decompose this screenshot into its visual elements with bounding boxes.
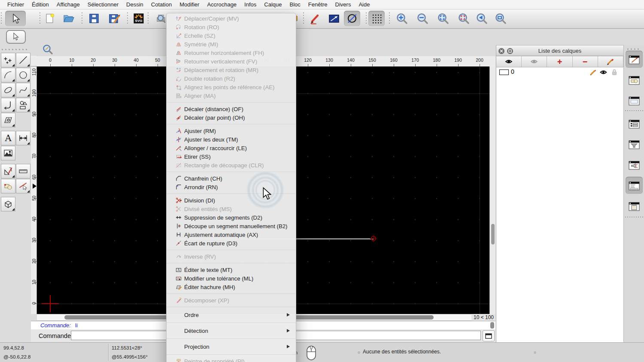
menu-item-d-tection[interactable]: Détection [167, 325, 296, 336]
add-layer-button[interactable]: + [547, 56, 572, 67]
menu-item-d-placer-copier-mv[interactable]: Déplacer/Copier (MV) [167, 14, 296, 23]
measure-box-button[interactable] [326, 11, 342, 26]
menubar-item-aide[interactable]: Aide [355, 0, 374, 9]
clipboard-dock-button[interactable] [626, 197, 643, 214]
menu-item-suppression-de-segments-d2[interactable]: Suppression de segments (D2) [167, 213, 296, 222]
zoom-previous-button[interactable] [474, 11, 489, 26]
menu-item-modifier-une-tol-rance-ml[interactable]: Modifier une tolérance (ML) [167, 274, 296, 283]
menubar-item-bloc[interactable]: Bloc [286, 0, 304, 9]
block-tools-button[interactable] [1, 179, 15, 193]
zoom-out-button[interactable] [415, 11, 430, 26]
float-panel-button[interactable] [507, 48, 513, 54]
restrict-off-button[interactable] [344, 11, 360, 26]
zoom-tool-icon[interactable] [42, 44, 53, 57]
command-line-dock-button[interactable] [626, 177, 643, 194]
solid-tools-button[interactable] [1, 197, 15, 211]
menu-item-d-caler-distance-of[interactable]: Décaler (distance) (OF) [167, 105, 296, 113]
new-document-button[interactable] [42, 11, 58, 26]
menu-item-projection[interactable]: Projection [167, 341, 296, 352]
layer-visible-icon[interactable] [600, 69, 607, 75]
menubar-item-modifier[interactable]: Modifier [176, 0, 203, 9]
vertical-scrollbar-thumb[interactable] [491, 224, 495, 244]
edit-layer-button[interactable] [598, 56, 623, 67]
draft-tools-button[interactable] [1, 164, 15, 178]
menu-item-divis-entit-s-ms[interactable]: Divisé entités (MS) [167, 205, 296, 213]
menubar-item-cotation[interactable]: Cotation [147, 0, 176, 9]
menu-item-aligner-ma[interactable]: Aligner (MA) [167, 91, 296, 100]
menubar-item-fichier[interactable]: Fichier [3, 0, 28, 9]
save-button[interactable] [86, 11, 102, 26]
zoom-auto-button[interactable] [435, 11, 451, 26]
menu-item-ordre[interactable]: Ordre [167, 309, 296, 320]
draw-pencil-button[interactable] [307, 11, 323, 26]
command-history-scrollbar[interactable] [490, 322, 494, 329]
layer-color-swatch[interactable] [499, 69, 509, 75]
menubar-item-fentre[interactable]: Fenêtre [304, 0, 331, 9]
save-as-button[interactable] [106, 11, 122, 26]
zoom-window-button[interactable] [493, 11, 508, 26]
menu-item-peintre-de-propri-t-pi[interactable]: Peintre de propriété (PI) [167, 357, 296, 362]
deselect-tool-button[interactable] [6, 30, 26, 44]
dock-drag-handle[interactable] [627, 48, 641, 50]
palette-drag-handle[interactable] [2, 49, 29, 50]
line-tools-button[interactable] [16, 53, 30, 67]
show-all-layers-button[interactable] [496, 56, 522, 67]
menubar-item-calque[interactable]: Calque [260, 0, 286, 9]
menubar-item-accrochage[interactable]: Accrochage [203, 0, 240, 9]
text-tool-button[interactable]: A [1, 131, 15, 145]
menu-item-diter-le-texte-mt[interactable]: AÉditer le texte (MT) [167, 265, 296, 274]
menu-item-d-coupe-un-segment-manuellement-b2[interactable]: Découpe un segment manuellement (B2) [167, 222, 296, 230]
menubar-item-dessin[interactable]: Dessin [122, 0, 147, 9]
ruler-tool-button[interactable] [16, 164, 30, 178]
library-browser-dock-button[interactable] [626, 92, 643, 109]
selection-filter-dock-button[interactable] [626, 136, 643, 153]
menu-item-double-rotation-r2[interactable]: Double rotation (R2) [167, 74, 296, 83]
layer-lock-icon[interactable] [611, 69, 617, 76]
open-document-button[interactable] [60, 11, 77, 26]
menu-item-d-caler-par-point-oh[interactable]: Décaler (par point) (OH) [167, 113, 296, 122]
zoom-in-button[interactable] [394, 11, 410, 26]
menu-item-etirer-ss[interactable]: Etirer (SS) [167, 152, 296, 161]
menu-item-retourner-verticalement-fv[interactable]: Retourner verticalement (FV) [167, 57, 296, 66]
arc-tools-button[interactable] [1, 68, 15, 82]
remove-layer-button[interactable]: − [573, 56, 598, 67]
modify-tools-button[interactable] [16, 179, 30, 193]
zoom-selection-button[interactable] [456, 11, 471, 26]
image-tool-button[interactable] [1, 146, 15, 160]
menu-item-allonger-raccourcir-le[interactable]: Allonger / raccourcir (LE) [167, 144, 296, 152]
point-tools-button[interactable] [1, 53, 15, 67]
vertical-scrollbar[interactable] [489, 66, 495, 314]
edit-layer-icon[interactable] [589, 69, 597, 76]
spline-tools-button[interactable] [16, 83, 30, 97]
menu-item-diter-hachure-mh[interactable]: Éditer hachure (MH) [167, 283, 296, 291]
selection-pointer-button[interactable] [5, 11, 26, 26]
svg-export-button[interactable]: SVG [131, 11, 146, 26]
menu-item-ajuster-les-deux-tm[interactable]: Ajuster les deux (TM) [167, 135, 296, 144]
menu-item-retourner-horizontalement-fh[interactable]: Retourner horizontalement (FH) [167, 48, 296, 57]
layer-list-dock-button[interactable] [626, 51, 643, 68]
hatch-tool-button[interactable] [1, 113, 15, 127]
menubar-item-affichage[interactable]: Affichage [53, 0, 84, 9]
menu-item-rotation-ro[interactable]: Rotation (RO) [167, 23, 296, 31]
hide-all-layers-button[interactable] [522, 56, 547, 67]
block-list-dock-button[interactable] [626, 71, 643, 88]
grid-toggle-button[interactable] [368, 11, 385, 26]
menu-item-alignez-les-points-de-r-f-rence-ae[interactable]: Alignez les points de référence (AE) [167, 83, 296, 91]
shape-tools-button[interactable] [16, 98, 30, 112]
tool-matrix-dock-button[interactable] [626, 156, 643, 173]
menubar-item-dition[interactable]: Édition [28, 0, 53, 9]
property-list-dock-button[interactable] [626, 115, 643, 132]
close-panel-button[interactable] [498, 48, 504, 54]
menu-item-ajustement-automatique-ax[interactable]: Ajustement automatique (AX) [167, 230, 296, 239]
menu-item-ajuster-rm[interactable]: Ajuster (RM) [167, 127, 296, 135]
menu-item-inverse-rv[interactable]: Inverse (RV) [167, 252, 296, 261]
ellipse-tools-button[interactable] [1, 83, 15, 97]
menubar-item-slectionner[interactable]: Sélectionner [84, 0, 122, 9]
menu-item-sym-trie-mi[interactable]: Symétrie (MI) [167, 40, 296, 48]
circle-tools-button[interactable] [16, 68, 30, 82]
menu-item-d-placement-et-rotation-mr[interactable]: Déplacement et rotation (MR) [167, 66, 296, 74]
menu-item-d-composer-xp[interactable]: Décomposer (XP) [167, 296, 296, 305]
command-detach-button[interactable] [483, 330, 495, 341]
menu-item-rectangle-de-d-coupage-clr[interactable]: Rectangle de découpage (CLR) [167, 161, 296, 169]
menubar-item-divers[interactable]: Divers [331, 0, 355, 9]
